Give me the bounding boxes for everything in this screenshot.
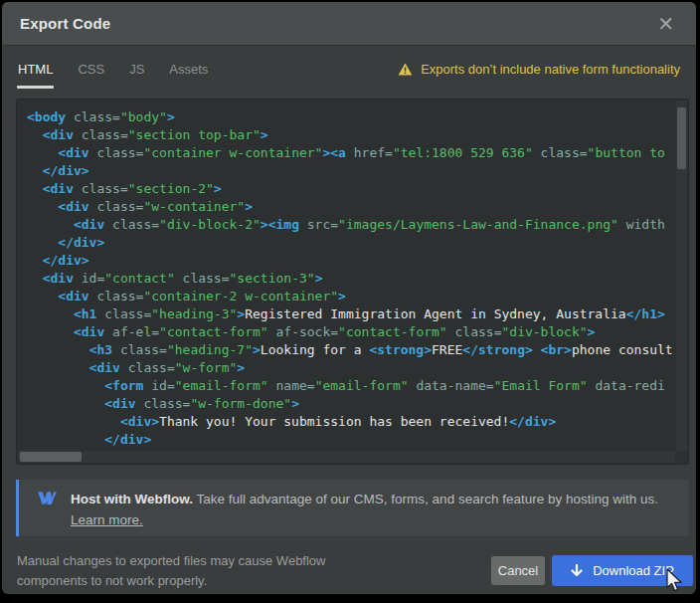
- export-code-dialog: Export Code ✕ HTML CSS JS Assets Exports…: [2, 2, 696, 594]
- code-line: <div class="w-form-done">: [27, 395, 672, 413]
- footer-note-line2: components to not work properly.: [17, 571, 325, 591]
- vertical-scrollbar[interactable]: [676, 100, 687, 451]
- webflow-logo-icon: [38, 492, 57, 536]
- code-line: </div>: [27, 234, 672, 252]
- code-line: <div id="contact" class="section-3">: [27, 270, 672, 288]
- cancel-button[interactable]: Cancel: [491, 556, 545, 585]
- code-line: <div af-el="contact-form" af-sock="conta…: [27, 323, 672, 341]
- code-line: <div class="section top-bar">: [27, 126, 672, 144]
- code-content: <body class="body"> <div class="section …: [27, 108, 672, 447]
- code-line: <div class="container-2 w-container">: [27, 288, 672, 305]
- banner-bold-text: Host with Webflow.: [71, 492, 193, 506]
- warning-triangle-icon: [398, 63, 413, 76]
- code-line: </div>: [27, 431, 672, 447]
- code-line: <div class="w-container">: [27, 198, 672, 216]
- tab-html[interactable]: HTML: [18, 62, 53, 77]
- horizontal-scrollbar[interactable]: [18, 451, 675, 463]
- code-line: <div class="div-block-2"><img src="image…: [27, 216, 672, 234]
- horizontal-scrollbar-thumb[interactable]: [20, 452, 82, 462]
- code-line: <div class="section-2">: [27, 180, 672, 198]
- code-line: <div class="container w-container"><a hr…: [27, 144, 672, 162]
- tab-js[interactable]: JS: [129, 62, 144, 77]
- tab-css[interactable]: CSS: [78, 62, 104, 77]
- code-line: <div>Thank you! Your submission has been…: [27, 413, 672, 431]
- host-banner: Host with Webflow. Take full advantage o…: [16, 480, 689, 536]
- tab-assets[interactable]: Assets: [169, 62, 208, 77]
- code-editor[interactable]: <body class="body"> <div class="section …: [16, 99, 689, 465]
- vertical-scrollbar-thumb[interactable]: [677, 107, 686, 169]
- code-line: <h3 class="heading-7">Looking for a <str…: [27, 341, 672, 359]
- code-line: <h1 class="heading-3">Registered Immigra…: [27, 305, 672, 323]
- learn-more-link[interactable]: Learn more.: [71, 509, 143, 530]
- code-line: <body class="body">: [27, 108, 672, 126]
- dialog-header: Export Code ✕: [2, 2, 696, 46]
- warning-text: Exports don’t include native form functi…: [421, 62, 680, 77]
- dialog-title: Export Code: [20, 15, 110, 32]
- code-line: <div class="w-form">: [27, 359, 672, 377]
- banner-text: Host with Webflow. Take full advantage o…: [71, 489, 658, 536]
- export-code-dialog-screen: { "dialog": { "title": "Export Code", "c…: [0, 0, 700, 603]
- banner-body-text: Take full advantage of our CMS, forms, a…: [193, 492, 658, 506]
- footer-note: Manual changes to exported files may cau…: [17, 551, 325, 591]
- form-warning: Exports don’t include native form functi…: [398, 62, 680, 77]
- code-line: </div>: [27, 162, 672, 180]
- download-zip-label: Download ZIP: [593, 563, 674, 578]
- tab-bar: HTML CSS JS Assets Exports don’t include…: [2, 46, 696, 92]
- download-zip-button[interactable]: Download ZIP: [552, 555, 693, 586]
- code-line: </div>: [27, 252, 672, 270]
- code-line: <form id="email-form" name="email-form" …: [27, 377, 672, 395]
- close-icon[interactable]: ✕: [653, 12, 678, 36]
- footer-note-line1: Manual changes to exported files may cau…: [17, 551, 325, 571]
- download-arrow-icon: [571, 564, 583, 578]
